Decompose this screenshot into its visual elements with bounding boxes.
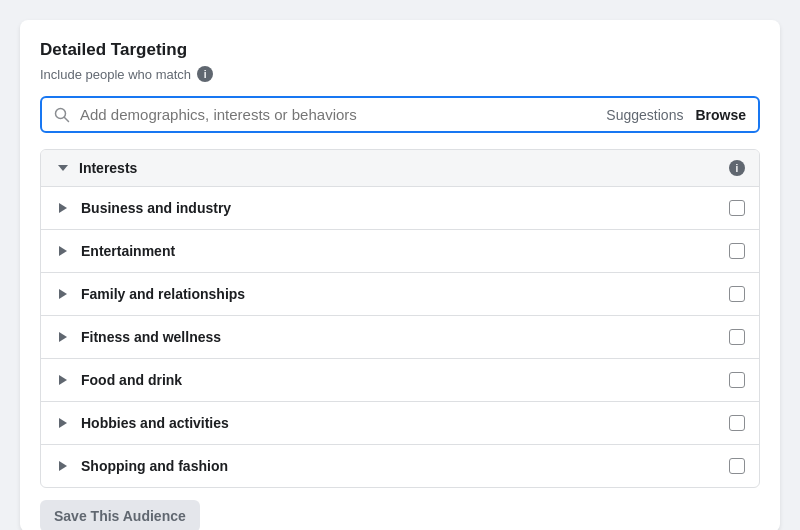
- search-bar: Suggestions Browse: [40, 96, 760, 133]
- interests-table: Interests i Business and industry: [40, 149, 760, 488]
- list-item[interactable]: Business and industry: [41, 187, 759, 230]
- svg-marker-2: [58, 165, 68, 171]
- interests-header: Interests i: [41, 150, 759, 187]
- detailed-targeting-panel: Detailed Targeting Include people who ma…: [20, 20, 780, 530]
- svg-marker-8: [59, 418, 67, 428]
- list-item[interactable]: Shopping and fashion: [41, 445, 759, 487]
- interest-item-label: Entertainment: [81, 243, 175, 259]
- search-input[interactable]: [80, 106, 596, 123]
- interest-item-label: Shopping and fashion: [81, 458, 228, 474]
- svg-marker-4: [59, 246, 67, 256]
- row-expand-icon: [55, 372, 71, 388]
- interests-header-left: Interests: [55, 160, 137, 176]
- row-expand-icon: [55, 286, 71, 302]
- svg-marker-7: [59, 375, 67, 385]
- interest-checkbox[interactable]: [729, 329, 745, 345]
- interest-checkbox[interactable]: [729, 243, 745, 259]
- interest-item-label: Fitness and wellness: [81, 329, 221, 345]
- svg-marker-6: [59, 332, 67, 342]
- interests-label: Interests: [79, 160, 137, 176]
- svg-line-1: [65, 117, 69, 121]
- list-item[interactable]: Entertainment: [41, 230, 759, 273]
- interest-checkbox[interactable]: [729, 415, 745, 431]
- subtitle-row: Include people who match i: [40, 66, 760, 82]
- interests-info-icon[interactable]: i: [729, 160, 745, 176]
- interest-item-label: Food and drink: [81, 372, 182, 388]
- subtitle-info-icon[interactable]: i: [197, 66, 213, 82]
- list-item[interactable]: Family and relationships: [41, 273, 759, 316]
- interest-item-label: Family and relationships: [81, 286, 245, 302]
- list-item[interactable]: Hobbies and activities: [41, 402, 759, 445]
- browse-button[interactable]: Browse: [695, 107, 746, 123]
- row-expand-icon: [55, 329, 71, 345]
- interest-item-label: Business and industry: [81, 200, 231, 216]
- svg-marker-5: [59, 289, 67, 299]
- search-icon: [54, 107, 70, 123]
- svg-marker-3: [59, 203, 67, 213]
- interest-checkbox[interactable]: [729, 286, 745, 302]
- interest-checkbox[interactable]: [729, 458, 745, 474]
- svg-marker-9: [59, 461, 67, 471]
- list-item[interactable]: Fitness and wellness: [41, 316, 759, 359]
- search-actions: Suggestions Browse: [606, 107, 746, 123]
- suggestions-button[interactable]: Suggestions: [606, 107, 683, 123]
- row-expand-icon: [55, 200, 71, 216]
- row-expand-icon: [55, 243, 71, 259]
- save-audience-bar: Save This Audience: [40, 488, 760, 530]
- row-expand-icon: [55, 458, 71, 474]
- subtitle-text: Include people who match: [40, 67, 191, 82]
- interest-checkbox[interactable]: [729, 372, 745, 388]
- interest-item-label: Hobbies and activities: [81, 415, 229, 431]
- interest-checkbox[interactable]: [729, 200, 745, 216]
- collapse-arrow-icon[interactable]: [55, 160, 71, 176]
- panel-title: Detailed Targeting: [40, 40, 760, 60]
- list-item[interactable]: Food and drink: [41, 359, 759, 402]
- save-audience-button[interactable]: Save This Audience: [40, 500, 200, 530]
- row-expand-icon: [55, 415, 71, 431]
